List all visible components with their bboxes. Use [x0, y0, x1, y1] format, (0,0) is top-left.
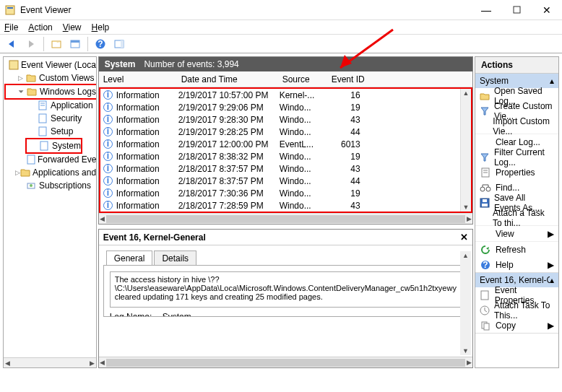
action-filter-log[interactable]: Filter Current Log...	[475, 149, 558, 165]
table-row[interactable]: iInformation2/19/2017 10:57:00 PMKernel-…	[100, 89, 471, 101]
tree-subscriptions[interactable]: Subscriptions	[5, 179, 95, 192]
event-list-body: iInformation2/19/2017 10:57:00 PMKernel-…	[99, 87, 472, 213]
detail-vertical-scrollbar[interactable]: ▲▼	[460, 251, 471, 355]
menu-help[interactable]: Help	[92, 22, 110, 32]
list-vertical-scrollbar[interactable]: ▲▼	[460, 89, 471, 212]
log-icon	[37, 126, 48, 137]
show-hide-tree-button[interactable]	[48, 36, 64, 52]
svg-text:i: i	[107, 115, 109, 124]
svg-text:i: i	[107, 201, 109, 210]
tree-horizontal-scrollbar[interactable]: ◀▶	[4, 357, 96, 367]
table-row[interactable]: iInformation2/18/2017 8:38:32 PMWindo...…	[100, 150, 471, 162]
submenu-arrow-icon: ▶	[548, 321, 554, 331]
save-icon	[480, 197, 490, 209]
list-title: System	[105, 59, 136, 69]
svg-rect-53	[484, 323, 489, 330]
action-refresh[interactable]: Refresh	[475, 242, 558, 257]
event-message: The access history in hive \??\C:\Users\…	[110, 271, 462, 308]
submenu-arrow-icon: ▶	[548, 229, 554, 239]
tree-item-label: Custom Views	[39, 73, 94, 83]
help-button[interactable]: ?	[92, 36, 108, 52]
tree-setup[interactable]: Setup	[5, 125, 95, 138]
table-row[interactable]: iInformation2/19/2017 9:29:06 PMWindo...…	[100, 101, 471, 113]
tree-apps-services[interactable]: ▷ Applications and Services Lo	[5, 166, 95, 179]
tree-root[interactable]: ▸ Event Viewer (Local)	[5, 58, 95, 71]
log-icon	[37, 113, 48, 124]
table-row[interactable]: iInformation2/18/2017 7:30:36 PMWindo...…	[100, 187, 471, 199]
action-view[interactable]: View▶	[475, 226, 558, 241]
menu-action[interactable]: Action	[28, 22, 52, 32]
event-list-header: System Number of events: 3,994	[99, 57, 472, 71]
tree-custom-views[interactable]: ▷ Custom Views	[5, 71, 95, 84]
window-title: Event Viewer	[20, 5, 471, 15]
navigation-tree-pane: ▸ Event Viewer (Local) ▷ Custom Views ⏷ …	[3, 56, 97, 368]
back-button[interactable]	[4, 36, 20, 52]
panel-button-1[interactable]	[67, 36, 83, 52]
tree-application[interactable]: Application	[5, 99, 95, 112]
column-date[interactable]: Date and Time	[177, 74, 278, 84]
tree-system[interactable]: System	[27, 139, 81, 152]
detail-close-button[interactable]: ✕	[460, 232, 468, 243]
tree-windows-logs[interactable]: ⏷ Windows Logs	[6, 85, 96, 98]
event-list-columns: Level Date and Time Source Event ID	[99, 71, 472, 87]
menu-view[interactable]: View	[63, 22, 82, 32]
tree-forwarded[interactable]: Forwarded Events	[5, 153, 95, 166]
event-list: System Number of events: 3,994 Level Dat…	[98, 56, 473, 225]
table-row[interactable]: iInformation2/19/2017 12:00:00 PMEventL.…	[100, 138, 471, 150]
column-level[interactable]: Level	[99, 74, 177, 84]
forward-button[interactable]	[23, 36, 39, 52]
information-icon: i	[103, 152, 113, 162]
information-icon: i	[103, 176, 113, 186]
table-row[interactable]: iInformation2/18/2017 8:37:57 PMWindo...…	[100, 162, 471, 175]
list-count: Number of events: 3,994	[144, 59, 238, 69]
tree-security[interactable]: Security	[5, 112, 95, 125]
table-row[interactable]: iInformation2/18/2017 8:37:57 PMWindo...…	[100, 175, 471, 187]
collapse-icon[interactable]: ▴	[550, 275, 554, 285]
svg-point-19	[30, 184, 33, 187]
folder-icon	[26, 86, 38, 97]
detail-title: Event 16, Kernel-General	[103, 232, 206, 243]
svg-rect-9	[121, 40, 124, 48]
table-row[interactable]: iInformation2/18/2017 7:28:59 PMWindo...…	[100, 199, 471, 212]
refresh-icon	[480, 244, 491, 256]
tree-item-label: Application	[51, 100, 93, 110]
action-help[interactable]: ?Help▶	[475, 257, 558, 272]
table-row[interactable]: iInformation2/19/2017 9:28:25 PMWindo...…	[100, 126, 471, 138]
svg-rect-3	[52, 41, 61, 48]
list-horizontal-scrollbar[interactable]: ◀▶	[99, 213, 472, 224]
tab-general[interactable]: General	[106, 251, 153, 266]
tree-item-label: Applications and Services Lo	[33, 167, 96, 178]
log-name-value: System	[163, 312, 191, 317]
action-attach-task[interactable]: Attach a Task To thi...	[475, 210, 558, 225]
panel-button-2[interactable]	[111, 36, 127, 52]
svg-rect-0	[6, 6, 14, 14]
information-icon: i	[103, 115, 113, 125]
tree-item-label: Subscriptions	[39, 180, 91, 191]
detail-horizontal-scrollbar[interactable]: ◀▶	[99, 357, 472, 367]
tab-details[interactable]: Details	[154, 251, 196, 266]
title-bar: Event Viewer — ✕	[0, 0, 562, 20]
svg-rect-15	[39, 127, 46, 136]
svg-rect-1	[7, 7, 13, 9]
maximize-button[interactable]	[501, 1, 532, 19]
minimize-button[interactable]: —	[471, 1, 501, 19]
svg-text:?: ?	[98, 39, 103, 49]
expand-icon[interactable]: ▷	[15, 169, 20, 176]
properties-icon	[480, 289, 490, 301]
tree-item-label: System	[52, 141, 81, 151]
close-button[interactable]: ✕	[532, 1, 562, 19]
collapse-icon[interactable]: ▴	[550, 76, 554, 86]
column-source[interactable]: Source	[278, 74, 327, 84]
action-attach-task-event[interactable]: Attach Task To This...	[475, 302, 558, 318]
task-icon	[480, 305, 490, 316]
tree-item-label: Security	[51, 113, 82, 123]
table-row[interactable]: iInformation2/19/2017 9:28:30 PMWindo...…	[100, 113, 471, 126]
expand-icon[interactable]: ▷	[15, 74, 25, 82]
menu-file[interactable]: File	[4, 22, 18, 32]
svg-text:i: i	[107, 90, 109, 100]
action-import-custom-view[interactable]: Import Custom Vie...	[475, 118, 558, 134]
collapse-icon[interactable]: ⏷	[16, 88, 26, 95]
actions-pane: Actions System ▴ Open Saved Log... Creat…	[475, 56, 559, 368]
folder-icon	[20, 167, 30, 178]
column-eventid[interactable]: Event ID	[327, 74, 368, 84]
